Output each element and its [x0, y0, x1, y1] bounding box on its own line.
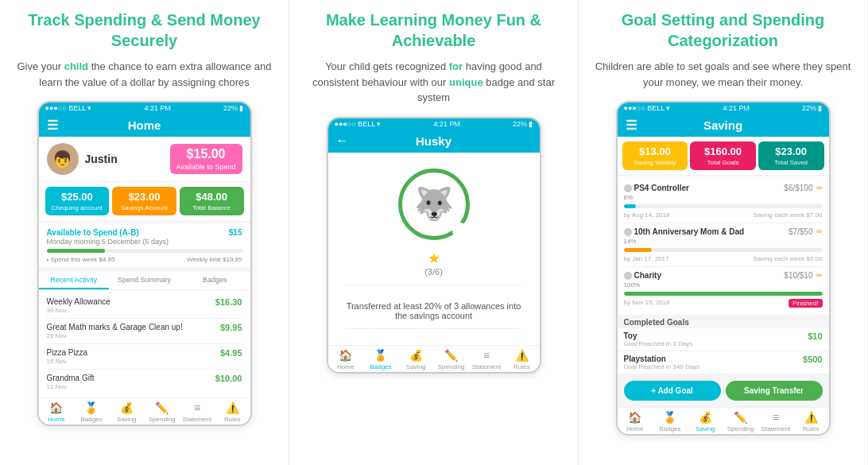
bottom-saving[interactable]: 💰 Saving: [398, 349, 433, 370]
tab-badges[interactable]: Badges: [180, 272, 250, 289]
rules-icon: ⚠️: [226, 401, 239, 414]
completed-amount: $500: [803, 355, 822, 370]
battery-text: 22% ▮: [223, 104, 244, 112]
bottom-rules[interactable]: ⚠️ Rules: [504, 349, 539, 370]
bottom-spending[interactable]: ✏️ Spending: [433, 349, 468, 370]
menu-icon[interactable]: ☰: [47, 118, 58, 133]
activity-date: 29 Nov: [47, 332, 183, 339]
badge-emoji: 🐺: [414, 185, 454, 223]
bottom-rules[interactable]: ⚠️ Rules: [793, 411, 828, 432]
activity-item: Weekly Allowance 30 Nov $16.30: [47, 293, 242, 319]
bottom-saving[interactable]: 💰 Saving: [109, 401, 144, 423]
bottom-statement[interactable]: ≡ Statement: [180, 401, 215, 423]
phone1-topbar: ☰ Home: [39, 114, 250, 137]
activity-date: 30 Nov: [47, 307, 110, 314]
avatar: 👦: [47, 143, 79, 175]
saving-buttons: + Add Goal Saving Transfer: [618, 374, 829, 407]
goal-badge-icon: [624, 272, 632, 280]
badge-circle: 🐺: [398, 169, 470, 240]
completed-name: Playstation: [624, 355, 700, 363]
goal-footer: by Nov 15, 2016 Finished!: [624, 299, 823, 308]
goal-saving-info: Saving each week $7.00: [753, 211, 822, 219]
spend-header: Available to Spend (A-B) $15: [47, 228, 242, 237]
goal-amount: $6/$100: [784, 184, 812, 192]
home-icon: 🏠: [339, 349, 352, 362]
spend-footer: • Spend this week $4.95 Weekly limit $19…: [47, 256, 242, 263]
available-amount: $15.00: [176, 147, 236, 161]
phone1-content: 👦 Justin $15.00 Available to Spend $25.0…: [39, 137, 250, 397]
bottom-statement[interactable]: ≡ Statement: [758, 411, 793, 432]
completed-name: Toy: [624, 331, 693, 340]
bottom-home[interactable]: 🏠 Home: [39, 401, 74, 423]
statement-icon: ≡: [194, 401, 200, 414]
back-icon[interactable]: ←: [336, 134, 349, 148]
bottom-label: Saving: [406, 363, 425, 370]
activity-item: Grandma Gift 11 Nov $10.00: [47, 370, 242, 394]
signal-text: ●●●○○ BELL ▾: [624, 104, 671, 112]
bottom-label: Badges: [370, 363, 391, 370]
activity-item: Pizza Pizza 15 Nov $4.95: [47, 344, 242, 370]
bottom-label: Home: [626, 425, 643, 432]
activity-date: 15 Nov: [47, 358, 88, 365]
goal-progress-bar: [624, 292, 823, 296]
bottom-badges[interactable]: 🏅 Badges: [653, 411, 688, 432]
bottom-badges[interactable]: 🏅 Badges: [74, 401, 109, 423]
col-track-spending: Track Spending & Send Money Securely Giv…: [0, 0, 289, 465]
saving-weekly-amount: $13.00: [626, 145, 685, 157]
add-goal-button[interactable]: + Add Goal: [624, 381, 721, 401]
bottom-label: Badges: [80, 416, 102, 423]
completed-sub: Goal Reached in 340 Days: [624, 363, 700, 370]
badges-icon: 🏅: [374, 349, 387, 362]
completed-title: Completed Goals: [618, 315, 829, 328]
bottom-home[interactable]: 🏠 Home: [328, 349, 363, 370]
bottom-label: Statement: [472, 363, 501, 370]
edit-icon[interactable]: ✏: [816, 184, 823, 192]
completed-item: Toy Goal Reached in 3 Days $10: [618, 328, 829, 351]
bottom-label: Spending: [438, 363, 465, 370]
activity-info: Weekly Allowance 30 Nov: [47, 297, 110, 314]
bottom-spending[interactable]: ✏️ Spending: [723, 411, 758, 432]
goal-name: Charity: [624, 271, 661, 280]
edit-icon[interactable]: ✏: [816, 227, 823, 236]
goal-progress-fill: [624, 248, 652, 252]
star-count: (3/6): [424, 267, 443, 277]
bottom-rules[interactable]: ⚠️ Rules: [215, 401, 250, 423]
time-text: 4:21 PM: [433, 120, 460, 128]
bottom-statement[interactable]: ≡ Statement: [469, 349, 504, 370]
home-icon: 🏠: [628, 411, 641, 424]
phone2: ●●●○○ BELL ▾ 4:21 PM 22% ▮ ← Husky 🐺 ★ (…: [327, 117, 541, 374]
saving-icon: 💰: [120, 401, 134, 414]
badges-icon: 🏅: [663, 411, 676, 424]
goal-amount: $7/$50: [789, 227, 813, 236]
savings-box: $23.00 Savings Account: [112, 187, 176, 215]
bottom-home[interactable]: 🏠 Home: [618, 411, 653, 432]
activity-name: Weekly Allowance: [47, 297, 110, 306]
spending-icon: ✏️: [444, 349, 458, 362]
spend-label: Available to Spend (A-B): [47, 228, 139, 237]
phone1-statusbar: ●●●○○ BELL ▾ 4:21 PM 22% ▮: [39, 103, 250, 114]
phone3-content: $13.00 Saving Weekly $160.00 Total Goals…: [618, 137, 829, 407]
total-amount: $48.00: [183, 191, 241, 203]
divider2: [346, 328, 521, 329]
activity-date: 11 Nov: [47, 383, 95, 390]
goal-progress-bar: [624, 248, 823, 252]
badge-desc: Transferred at least 20% of 3 allowances…: [336, 301, 532, 320]
goal-progress-fill: [624, 204, 636, 208]
completed-info: Playstation Goal Reached in 340 Days: [624, 355, 700, 370]
bottom-spending[interactable]: ✏️ Spending: [144, 401, 179, 423]
goal-header: 10th Anniversary Mom & Dad $7/$50 ✏: [624, 227, 823, 236]
bottom-saving[interactable]: 💰 Saving: [688, 411, 723, 432]
saving-transfer-button[interactable]: Saving Transfer: [726, 381, 823, 401]
tab-recent-activity[interactable]: Recent Activity: [39, 272, 110, 289]
completed-sub: Goal Reached in 3 Days: [624, 340, 693, 347]
bottom-badges[interactable]: 🏅 Badges: [363, 349, 398, 370]
activity-amount: $16.30: [215, 297, 242, 307]
chequing-label: Chequing account: [48, 204, 107, 211]
bottom-label: Statement: [183, 416, 211, 423]
activity-info: Grandma Gift 11 Nov: [47, 374, 95, 390]
tab-spend-summary[interactable]: Spend Summary: [109, 272, 180, 289]
phone1-title: Home: [128, 118, 161, 132]
menu-icon[interactable]: ☰: [626, 118, 637, 133]
available-badge: $15.00 Available to Spend: [170, 144, 242, 174]
edit-icon[interactable]: ✏: [816, 271, 823, 280]
